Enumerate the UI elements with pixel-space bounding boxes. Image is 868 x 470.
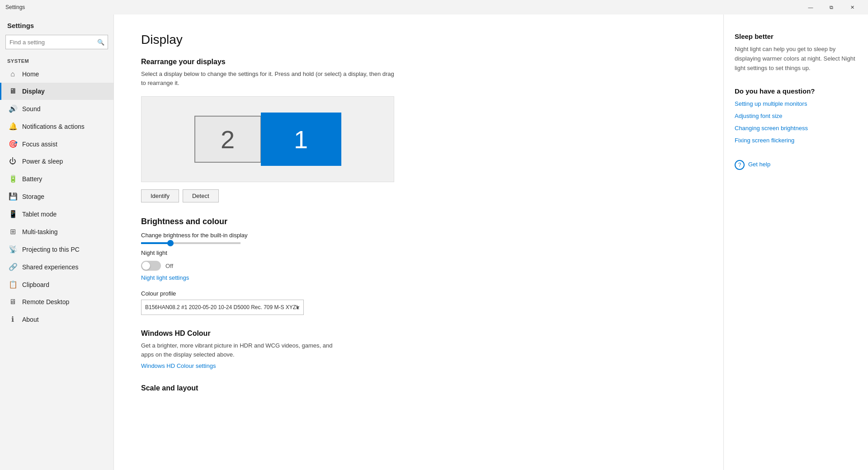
power-icon: ⏻ — [9, 157, 17, 165]
storage-icon: 💾 — [9, 192, 17, 201]
sidebar-search-container: 🔍 — [5, 35, 108, 49]
about-icon: ℹ — [9, 315, 17, 324]
colour-profile-select[interactable]: B156HAN08.2 #1 2020-05-20 10-24 D5000 Re… — [141, 300, 304, 315]
projecting-icon: 📡 — [9, 245, 17, 254]
sidebar-item-label: Home — [22, 70, 39, 78]
colour-profile-wrapper: B156HAN08.2 #1 2020-05-20 10-24 D5000 Re… — [141, 300, 304, 315]
shared-icon: 🔗 — [9, 263, 17, 271]
monitor-1[interactable]: 1 — [261, 113, 341, 166]
display-arrangement-area: 2 1 — [141, 96, 394, 182]
sidebar-item-label: Battery — [22, 175, 42, 183]
display-buttons: Identify Detect — [141, 189, 696, 202]
question-section: Do you have a question? Setting up multi… — [735, 87, 857, 145]
get-help-row: ? Get help — [735, 160, 857, 170]
sidebar-item-label: About — [22, 316, 39, 323]
get-help-link[interactable]: Get help — [748, 160, 770, 169]
tablet-icon: 📱 — [9, 210, 17, 218]
sidebar-item-display[interactable]: 🖥 Display — [0, 83, 113, 100]
search-input[interactable] — [5, 35, 108, 49]
question-mark-icon: ? — [738, 162, 741, 168]
window-controls: — ⧉ ✕ — [800, 0, 863, 14]
sidebar-item-tablet[interactable]: 📱 Tablet mode — [0, 205, 113, 223]
multitasking-icon: ⊞ — [9, 227, 17, 236]
sidebar-item-storage[interactable]: 💾 Storage — [0, 188, 113, 205]
sidebar-item-about[interactable]: ℹ About — [0, 310, 113, 328]
app-body: Settings 🔍 System ⌂ Home 🖥 Display 🔊 Sou… — [0, 14, 868, 470]
night-light-label: Night light — [141, 249, 167, 256]
notifications-icon: 🔔 — [9, 122, 17, 131]
brightness-label: Change brightness for the built-in displ… — [141, 232, 696, 239]
display-icon: 🖥 — [9, 87, 17, 95]
sidebar-item-label: Storage — [22, 193, 44, 200]
titlebar: Settings — ⧉ ✕ — [0, 0, 868, 14]
brightness-heading: Brightness and colour — [141, 217, 696, 226]
rearrange-description: Select a display below to change the set… — [141, 70, 394, 87]
identify-button[interactable]: Identify — [141, 189, 179, 202]
sound-icon: 🔊 — [9, 104, 17, 113]
link-font-size[interactable]: Adjusting font size — [735, 112, 857, 121]
get-help-icon: ? — [735, 160, 745, 170]
sidebar-item-label: Notifications & actions — [22, 123, 85, 130]
scale-heading: Scale and layout — [141, 384, 696, 392]
sidebar-item-label: Projecting to this PC — [22, 246, 80, 253]
night-light-settings-link[interactable]: Night light settings — [141, 274, 696, 281]
sidebar-item-shared[interactable]: 🔗 Shared experiences — [0, 258, 113, 276]
sidebar-item-focus[interactable]: 🎯 Focus assist — [0, 135, 113, 153]
page-title: Display — [141, 33, 696, 47]
hd-colour-heading: Windows HD Colour — [141, 329, 696, 338]
night-light-status: Off — [165, 263, 173, 269]
link-multiple-monitors[interactable]: Setting up multiple monitors — [735, 99, 857, 109]
sidebar-item-label: Multi-tasking — [22, 228, 58, 235]
sidebar: Settings 🔍 System ⌂ Home 🖥 Display 🔊 Sou… — [0, 14, 114, 470]
clipboard-icon: 📋 — [9, 280, 17, 289]
sidebar-item-notifications[interactable]: 🔔 Notifications & actions — [0, 118, 113, 135]
sidebar-section-label: System — [0, 55, 113, 66]
close-button[interactable]: ✕ — [842, 0, 863, 14]
hd-colour-section: Windows HD Colour Get a brighter, more v… — [141, 329, 696, 370]
sidebar-item-label: Power & sleep — [22, 158, 63, 165]
rearrange-section: Rearrange your displays Select a display… — [141, 58, 696, 202]
sidebar-item-battery[interactable]: 🔋 Battery — [0, 170, 113, 188]
hd-colour-description: Get a brighter, more vibrant picture in … — [141, 341, 340, 359]
sidebar-item-power[interactable]: ⏻ Power & sleep — [0, 153, 113, 170]
night-light-row: Night light — [141, 249, 696, 257]
remote-icon: 🖥 — [9, 298, 17, 306]
sidebar-header: Settings — [0, 14, 113, 33]
detect-button[interactable]: Detect — [183, 189, 219, 202]
main-content: Display Rearrange your displays Select a… — [114, 14, 723, 470]
sidebar-item-label: Shared experiences — [22, 263, 79, 271]
colour-profile-label: Colour profile — [141, 290, 696, 297]
sidebar-item-projecting[interactable]: 📡 Projecting to this PC — [0, 240, 113, 258]
brightness-slider[interactable] — [141, 242, 241, 244]
search-icon: 🔍 — [97, 39, 104, 46]
toggle-knob — [142, 262, 150, 270]
brightness-section: Brightness and colour Change brightness … — [141, 217, 696, 315]
sidebar-item-label: Sound — [22, 105, 40, 113]
link-screen-brightness[interactable]: Changing screen brightness — [735, 124, 857, 133]
sidebar-item-home[interactable]: ⌂ Home — [0, 66, 113, 83]
get-help-section: ? Get help — [735, 160, 857, 170]
night-light-toggle[interactable] — [141, 261, 161, 271]
minimize-button[interactable]: — — [800, 0, 821, 14]
link-screen-flickering[interactable]: Fixing screen flickering — [735, 136, 857, 146]
restore-button[interactable]: ⧉ — [821, 0, 842, 14]
hd-colour-settings-link[interactable]: Windows HD Colour settings — [141, 362, 216, 369]
sidebar-item-remote[interactable]: 🖥 Remote Desktop — [0, 293, 113, 310]
sleep-better-heading: Sleep better — [735, 33, 857, 40]
sidebar-item-label: Remote Desktop — [22, 298, 69, 306]
focus-icon: 🎯 — [9, 140, 17, 148]
sleep-better-text: Night light can help you get to sleep by… — [735, 45, 857, 73]
sidebar-item-label: Tablet mode — [22, 211, 57, 218]
monitor-2-label: 2 — [221, 125, 235, 154]
right-panel: Sleep better Night light can help you ge… — [723, 14, 868, 470]
app-title: Settings — [5, 4, 800, 10]
monitor-2[interactable]: 2 — [194, 116, 261, 163]
sidebar-item-multitasking[interactable]: ⊞ Multi-tasking — [0, 223, 113, 240]
sidebar-item-clipboard[interactable]: 📋 Clipboard — [0, 276, 113, 293]
brightness-slider-container — [141, 242, 241, 244]
question-heading: Do you have a question? — [735, 87, 857, 95]
rearrange-heading: Rearrange your displays — [141, 58, 696, 66]
sidebar-item-label: Focus assist — [22, 141, 57, 148]
sidebar-item-sound[interactable]: 🔊 Sound — [0, 100, 113, 118]
sidebar-item-label: Clipboard — [22, 281, 49, 288]
